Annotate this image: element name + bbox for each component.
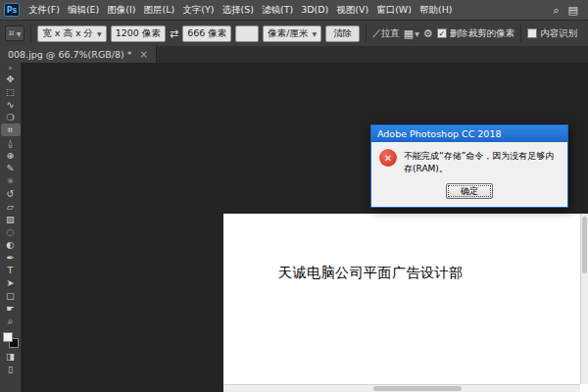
delete-cropped-pixels-checkbox[interactable]: ✓ 删除裁剪的像素 — [437, 27, 515, 40]
dialog-message-row: ✕ 不能完成“存储”命令，因为没有足够内存(RAM)。 — [379, 149, 560, 175]
document-tab[interactable]: 008.jpg @ 66.7%(RGB/8) * × — [0, 46, 157, 63]
menu-item-view[interactable]: 视图(V) — [332, 0, 372, 20]
history-brush-tool[interactable]: ↺ — [1, 187, 21, 200]
search-icon[interactable]: ⌕ — [553, 4, 559, 17]
document-canvas[interactable]: 天诚电脑公司平面广告设计部 — [223, 214, 588, 392]
hand-tool[interactable]: ☛ — [1, 302, 21, 315]
crop-resolution-input[interactable] — [235, 25, 259, 42]
toolbar-collapse-icon[interactable]: » — [8, 64, 13, 73]
divider — [520, 24, 521, 42]
lasso-tool[interactable]: ∿ — [1, 98, 21, 111]
menu-item-image[interactable]: 图像(I) — [103, 0, 139, 20]
straighten-label: 拉直 — [381, 27, 400, 40]
dialog-title-bar[interactable]: Adobe Photoshop CC 2018 — [371, 125, 567, 142]
content-aware-label: 内容识别 — [540, 27, 577, 40]
crop-tool[interactable]: ⌗ — [1, 123, 21, 136]
resolution-unit-label: 像素/厘米 — [268, 27, 308, 40]
menubar-right-icons: ⌕▤ — [553, 4, 584, 17]
path-selection-tool[interactable]: ➤ — [1, 276, 21, 289]
brush-tool[interactable]: ✎ — [1, 162, 21, 174]
color-swatches[interactable] — [3, 332, 19, 348]
photoshop-window: Ps 文件(F)编辑(E)图像(I)图层(L)文字(Y)选择(S)滤镜(T)3D… — [0, 0, 588, 392]
grid-overlay-icon: ▦ — [404, 27, 414, 40]
zoom-tool[interactable]: ⌕ — [1, 315, 21, 327]
crop-width-input[interactable]: 1200 像素 — [111, 25, 166, 42]
crop-tool-preset-button[interactable]: ⌗ ▼ — [5, 25, 24, 41]
menu-item-layer[interactable]: 图层(L) — [140, 0, 179, 20]
checkbox-icon: ✓ — [437, 28, 447, 38]
shape-tool[interactable]: ▢ — [1, 289, 21, 302]
quick-mask-icon[interactable]: ◨ — [1, 350, 21, 363]
ok-button[interactable]: 确定 — [446, 183, 493, 199]
horizontal-scrollbar[interactable] — [223, 384, 580, 392]
crop-ratio-dropdown[interactable]: 宽 x 高 x 分 ▼ — [37, 25, 106, 42]
pen-tool[interactable]: ✒ — [1, 251, 21, 264]
swap-dimensions-icon[interactable]: ⇄ — [170, 27, 178, 40]
chevron-down-icon: ▼ — [97, 30, 102, 37]
gear-icon: ⚙ — [423, 27, 433, 40]
foreground-color-swatch[interactable] — [3, 332, 13, 342]
type-tool[interactable]: T — [1, 264, 21, 276]
eraser-tool[interactable]: ▱ — [1, 200, 21, 213]
menu-item-file[interactable]: 文件(F) — [24, 0, 64, 20]
photoshop-logo: Ps — [4, 3, 20, 17]
eyedropper-tool[interactable]: ⍙ — [1, 136, 21, 149]
tools-panel: » ✥⬚∿❍⌗⍙⊕✎⍟↺▱▨◌◐✒T➤▢☛⌕ ◨▯ — [0, 63, 22, 392]
horizontal-scrollbar-thumb[interactable] — [373, 386, 462, 391]
menu-item-help[interactable]: 帮助(H) — [416, 0, 457, 20]
crop-settings-button[interactable]: ⚙ — [423, 27, 433, 40]
document-artwork-text: 天诚电脑公司平面广告设计部 — [278, 265, 464, 282]
chevron-down-icon: ▼ — [415, 30, 419, 37]
screen-mode-icon[interactable]: ▯ — [1, 363, 21, 375]
content-aware-checkbox[interactable]: 内容识别 — [527, 27, 577, 40]
vertical-scrollbar-thumb[interactable] — [582, 217, 587, 273]
menu-item-select[interactable]: 选择(S) — [218, 0, 257, 20]
marquee-tool[interactable]: ⬚ — [1, 85, 21, 98]
quick-selection-tool[interactable]: ❍ — [1, 111, 21, 123]
menu-item-edit[interactable]: 编辑(E) — [64, 0, 103, 20]
clone-stamp-tool[interactable]: ⍟ — [1, 174, 21, 187]
dialog-message: 不能完成“存储”命令，因为没有足够内存(RAM)。 — [404, 149, 560, 175]
straighten-button[interactable]: ⟋ 拉直 — [372, 27, 400, 40]
healing-brush-tool[interactable]: ⊕ — [1, 149, 21, 162]
vertical-scrollbar[interactable] — [580, 214, 588, 384]
menu-item-filter[interactable]: 滤镜(T) — [258, 0, 297, 20]
menu-items: 文件(F)编辑(E)图像(I)图层(L)文字(Y)选择(S)滤镜(T)3D(D)… — [24, 0, 457, 20]
menu-item-window[interactable]: 窗口(W) — [372, 0, 416, 20]
error-dialog: Adobe Photoshop CC 2018 ✕ 不能完成“存储”命令，因为没… — [370, 124, 568, 208]
divider — [30, 24, 31, 42]
divider — [366, 24, 367, 42]
menu-item-type[interactable]: 文字(Y) — [178, 0, 218, 20]
document-tab-bar: 008.jpg @ 66.7%(RGB/8) * × — [0, 46, 588, 63]
document-tab-title: 008.jpg @ 66.7%(RGB/8) * — [8, 49, 131, 60]
menu-item-3d[interactable]: 3D(D) — [297, 0, 332, 20]
crop-ratio-label: 宽 x 高 x 分 — [42, 27, 93, 40]
resolution-unit-dropdown[interactable]: 像素/厘米 ▼ — [263, 25, 321, 42]
crop-icon: ⌗ — [9, 27, 15, 39]
options-bar: ⌗ ▼ 宽 x 高 x 分 ▼ 1200 像素 ⇄ 666 像素 像素/厘米 ▼… — [0, 20, 588, 46]
close-icon[interactable]: × — [139, 49, 147, 60]
error-icon: ✕ — [379, 149, 397, 167]
delete-cropped-pixels-label: 删除裁剪的像素 — [450, 27, 515, 40]
overlay-options-button[interactable]: ▦ ▼ — [404, 27, 419, 40]
dialog-body: ✕ 不能完成“存储”命令，因为没有足够内存(RAM)。 确定 — [371, 142, 567, 207]
dodge-tool[interactable]: ◐ — [1, 238, 21, 251]
toolbar-bottom-icons: ◨▯ — [1, 350, 21, 375]
checkbox-icon — [527, 28, 537, 38]
workspace-switcher-icon[interactable]: ▤ — [568, 4, 578, 17]
clear-button[interactable]: 清除 — [325, 25, 360, 42]
blur-tool[interactable]: ◌ — [1, 225, 21, 238]
chevron-down-icon: ▼ — [313, 30, 318, 37]
menubar: Ps 文件(F)编辑(E)图像(I)图层(L)文字(Y)选择(S)滤镜(T)3D… — [0, 0, 588, 20]
straighten-icon: ⟋ — [372, 27, 380, 40]
tool-buttons: ✥⬚∿❍⌗⍙⊕✎⍟↺▱▨◌◐✒T➤▢☛⌕ — [1, 73, 21, 327]
move-tool[interactable]: ✥ — [1, 73, 21, 85]
crop-height-input[interactable]: 666 像素 — [182, 25, 231, 42]
gradient-tool[interactable]: ▨ — [1, 213, 21, 225]
chevron-down-icon: ▼ — [17, 30, 22, 37]
